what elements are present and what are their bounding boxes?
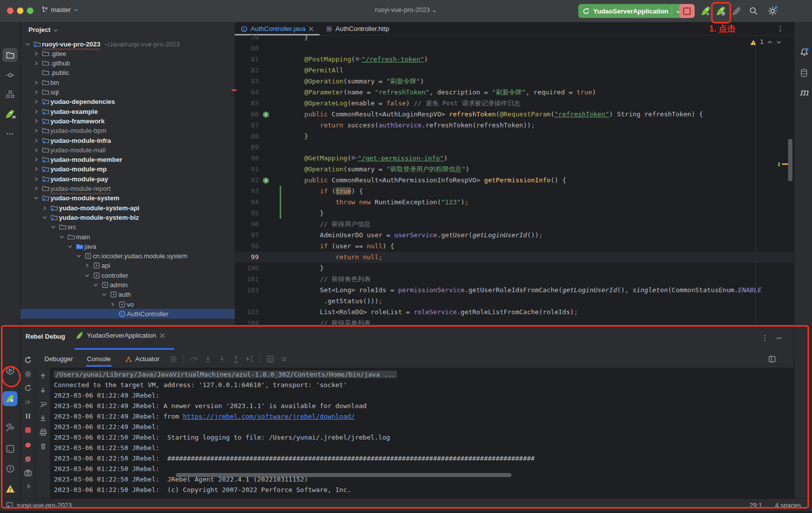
chevron-right-icon[interactable] (108, 302, 117, 307)
tree-item-bin[interactable]: bin (20, 77, 235, 87)
chevron-down-icon[interactable] (49, 224, 57, 230)
resume-program-icon[interactable] (20, 396, 35, 409)
clear-all-trash-icon[interactable] (35, 440, 50, 453)
chevron-right-icon[interactable] (32, 118, 40, 124)
line-number[interactable]: 80 (235, 43, 259, 54)
structure-tool-icon[interactable] (4, 88, 16, 100)
tree-item-admin[interactable]: admin (20, 280, 235, 290)
caret-position[interactable]: 29:1 (750, 502, 762, 509)
chevron-right-icon[interactable] (32, 89, 40, 95)
code-viewport[interactable]: 79 }8081 @PostMapping("/refresh-token")8… (235, 35, 794, 325)
rerun-icon[interactable] (20, 354, 35, 367)
chevron-right-icon[interactable] (32, 109, 40, 114)
chevron-right-icon[interactable] (32, 147, 40, 153)
line-number[interactable]: 90 (235, 153, 259, 164)
more-tools-icon[interactable] (4, 128, 16, 140)
xrebel-icon[interactable] (731, 5, 742, 16)
hide-panel-icon[interactable] (776, 334, 783, 342)
chevron-right-icon[interactable] (32, 51, 40, 56)
error-stripe-warning-mark[interactable] (782, 163, 788, 165)
tree-item-AuthController[interactable]: CAuthController (20, 309, 235, 319)
stop-button[interactable] (679, 4, 695, 18)
chevron-right-icon[interactable] (32, 99, 40, 104)
line-number[interactable]: 91 (235, 164, 259, 175)
tree-item-yudao-module-system-biz[interactable]: yudao-module-system-biz (20, 212, 235, 222)
close-icon[interactable] (309, 25, 314, 32)
console-link[interactable]: https://jrebel.com/software/jrebel/downl… (183, 413, 355, 420)
more-actions-chevron-icon[interactable] (20, 480, 35, 493)
tree-item-cn.iocoder.yudao.module.system[interactable]: cn.iocoder.yudao.module.system (20, 251, 235, 261)
chevron-right-icon[interactable] (32, 80, 40, 85)
tree-item-yudao-module-report[interactable]: yudao-module-report (20, 184, 235, 194)
line-number[interactable]: 82 (235, 65, 259, 76)
tree-item-yudao-module-member[interactable]: yudao-module-member (20, 155, 235, 165)
tree-item-sql[interactable]: sql (20, 87, 235, 97)
chevron-down-icon[interactable] (66, 244, 74, 249)
tree-item-yudao-module-pay[interactable]: yudao-module-pay (20, 174, 235, 184)
tree-item-yudao-module-system[interactable]: yudao-module-system (20, 193, 235, 203)
chevron-right-icon[interactable] (32, 176, 40, 182)
line-number[interactable]: 86 (235, 109, 259, 120)
line-number[interactable]: 95 (235, 208, 259, 219)
tree-item-ruoyi-vue-pro-2023[interactable]: ruoyi-vue-pro-2023~/Java/ruoyi-vue-pro-2… (20, 39, 235, 49)
tree-item-java[interactable]: java (20, 241, 235, 251)
line-number[interactable]: 104 (235, 318, 259, 325)
commit-tool-icon[interactable] (4, 69, 16, 81)
chevron-right-icon[interactable] (32, 128, 40, 133)
close-icon[interactable] (160, 332, 165, 339)
build-tool-icon[interactable] (4, 422, 16, 434)
line-number[interactable]: 85 (235, 98, 259, 109)
search-icon[interactable] (749, 6, 758, 15)
jrebel-debug-icon[interactable] (715, 5, 727, 16)
editor-area[interactable]: C AuthController.java API AuthController… (235, 22, 794, 325)
editor-options-icon[interactable] (777, 24, 784, 32)
chevron-right-icon[interactable] (32, 60, 40, 66)
notifications-bell-icon[interactable] (798, 46, 810, 58)
line-number[interactable]: 97 (235, 230, 259, 241)
tree-item-.gitee[interactable]: .gitee (20, 48, 235, 58)
tree-item-api[interactable]: api (20, 261, 235, 271)
line-number[interactable]: 102 (235, 285, 259, 296)
tree-item-.public[interactable]: .public (20, 68, 235, 78)
maven-tool-icon[interactable]: m (798, 86, 810, 98)
mute-breakpoints-icon[interactable] (20, 453, 35, 466)
line-number[interactable]: 88 (235, 131, 259, 142)
method-marker-icon[interactable] (262, 110, 270, 118)
tree-item-yudao-module-mp[interactable]: yudao-module-mp (20, 164, 235, 174)
services-tool-icon[interactable] (4, 364, 16, 376)
database-tool-icon[interactable] (798, 67, 810, 79)
layout-menu-icon[interactable] (166, 355, 180, 363)
mute-renderers-icon[interactable] (277, 355, 291, 363)
line-number[interactable]: 87 (235, 120, 259, 131)
project-tool-icon[interactable] (4, 49, 16, 61)
chevron-right-icon[interactable] (32, 166, 40, 172)
line-number[interactable]: 84 (235, 87, 259, 98)
line-number[interactable]: 79 (235, 35, 259, 43)
step-into-icon[interactable] (201, 355, 215, 363)
settings-gear-icon[interactable] (20, 368, 35, 381)
chevron-right-icon[interactable] (40, 205, 49, 211)
console-output[interactable]: /Users/yunai/Library/Java/JavaVirtualMac… (50, 368, 794, 499)
force-step-into-icon[interactable] (215, 355, 229, 363)
chevron-right-icon[interactable] (32, 138, 40, 143)
line-number[interactable]: 94 (235, 197, 259, 208)
tab-console[interactable]: Console (80, 350, 118, 368)
line-number[interactable]: 93 (235, 186, 259, 197)
scroll-up-icon[interactable] (35, 370, 50, 383)
line-number[interactable]: 92 (235, 175, 259, 186)
status-project-name[interactable]: ruoyi-vue-pro-2023 (17, 502, 72, 509)
chevron-right-icon[interactable] (32, 157, 40, 162)
step-over-icon[interactable] (187, 355, 201, 363)
run-configuration-button[interactable]: YudaoServerApplication (578, 4, 685, 18)
tree-item-yudao-framework[interactable]: yudao-framework (20, 116, 235, 126)
tree-item-yudao-module-mall[interactable]: yudao-module-mall (20, 145, 235, 155)
line-number[interactable]: 99 (235, 252, 259, 263)
tree-item-yudao-dependencies[interactable]: yudao-dependencies (20, 97, 235, 107)
jrebel-tool-icon[interactable]: JR (4, 108, 16, 120)
chevron-down-icon[interactable] (83, 273, 91, 278)
evaluate-expression-icon[interactable] (263, 355, 277, 363)
line-number[interactable]: 89 (235, 142, 259, 153)
console-horizontal-scrollbar[interactable] (176, 473, 511, 477)
jrebel-update-icon[interactable] (20, 382, 35, 395)
globe-inlay-icon[interactable] (355, 55, 362, 63)
